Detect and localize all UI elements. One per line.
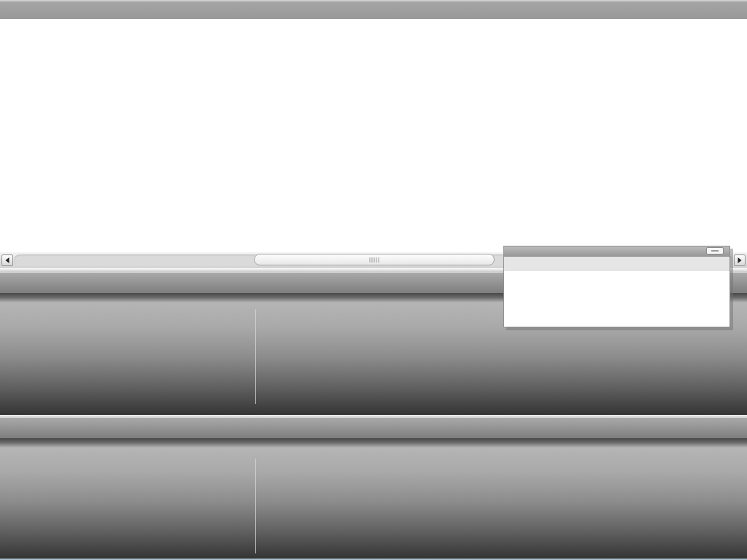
column-divider [255, 309, 256, 404]
chart-options-legend [504, 271, 729, 327]
minimize-button[interactable] [706, 247, 724, 254]
app-window [0, 0, 747, 560]
scroll-right-button[interactable] [734, 254, 746, 266]
grip-icon [370, 257, 379, 262]
column-divider [255, 459, 256, 553]
minmax-values-panel [0, 438, 747, 559]
arrow-right-icon [738, 257, 742, 263]
minimize-icon [711, 250, 719, 252]
scroll-left-button[interactable] [1, 254, 13, 266]
tab-row-minmax [0, 417, 747, 438]
arrow-left-icon [6, 257, 9, 263]
chart-options-tabs [504, 257, 729, 271]
window-titlebar [0, 0, 747, 19]
chart-options-titlebar[interactable] [504, 246, 729, 257]
scrollbar-thumb[interactable] [254, 254, 495, 265]
chart-plot-area[interactable] [0, 28, 747, 230]
chart-options-dialog [503, 246, 730, 327]
chart-section [0, 19, 747, 252]
